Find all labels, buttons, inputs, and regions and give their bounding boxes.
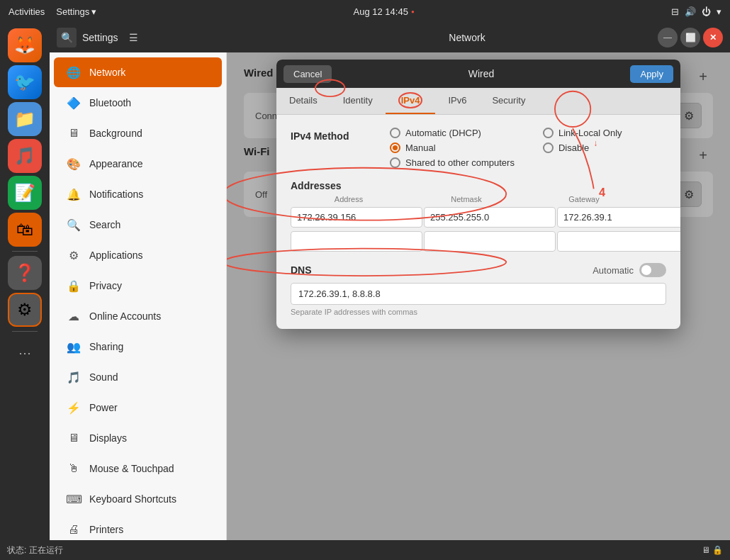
modal-apply-button[interactable]: Apply xyxy=(630,65,673,83)
radio-auto-dhcp-label: Automatic (DHCP) xyxy=(405,128,481,138)
dock-icon-files[interactable]: 📁 xyxy=(8,102,42,136)
search-icon: 🔍 xyxy=(67,218,81,232)
sidebar-item-sound[interactable]: 🎵 Sound xyxy=(54,362,222,392)
netmask-input-1[interactable] xyxy=(424,207,556,228)
modal-cancel-button[interactable]: Cancel xyxy=(283,65,332,83)
dns-auto-toggle[interactable] xyxy=(639,263,666,277)
netmask-input-2[interactable] xyxy=(424,231,556,252)
sharing-icon: 👥 xyxy=(67,340,81,354)
minimize-button[interactable]: — xyxy=(658,28,678,47)
titlebar-left: 🔍 Settings ☰ xyxy=(50,28,276,47)
dock-separator xyxy=(12,251,38,252)
radio-auto-dhcp-circle xyxy=(390,128,400,138)
radio-link-local[interactable]: Link-Local Only xyxy=(543,128,622,138)
taskbar: 状态: 正在运行 🖥 🔒 xyxy=(0,540,730,560)
radio-link-local-label: Link-Local Only xyxy=(558,128,622,138)
tab-ipv4[interactable]: IPv4 xyxy=(386,88,436,114)
dns-input-field[interactable] xyxy=(291,283,666,305)
sidebar-label-background: Background xyxy=(89,128,142,139)
sidebar-item-notifications[interactable]: 🔔 Notifications xyxy=(54,179,222,209)
background-icon: 🖥 xyxy=(67,126,81,140)
taskbar-system-icons: 🖥 🔒 xyxy=(702,545,723,555)
tab-details[interactable]: Details xyxy=(276,88,330,114)
dns-auto-row: Automatic xyxy=(593,263,666,277)
dock-icon-rhythmbox[interactable]: 🎵 xyxy=(8,139,42,173)
dns-hint-text: Separate IP addresses with commas xyxy=(291,308,666,316)
dock-icon-appstore[interactable]: 🛍 xyxy=(8,213,42,247)
sidebar-item-network[interactable]: 🌐 Network xyxy=(54,57,222,87)
sidebar-item-sharing[interactable]: 👥 Sharing xyxy=(54,332,222,362)
dock-icon-thunderbird[interactable]: 🐦 xyxy=(8,65,42,99)
sidebar-label-keyboard-shortcuts: Keyboard Shortcuts xyxy=(89,493,176,505)
address-row-2: 🗑 xyxy=(291,230,666,252)
modal-body: IPv4 Method Automatic (DHCP) xyxy=(276,115,680,329)
content-area: Wired + Connected - 10000 Mb/s ⚙ Wi-Fi + xyxy=(227,52,730,540)
ipv4-method-label: IPv4 Method xyxy=(291,128,376,142)
modal-titlebar: Cancel Wired Apply xyxy=(276,60,680,88)
modal-tabs: Details Identity IPv4 IPv6 Security xyxy=(276,88,680,115)
sidebar-label-privacy: Privacy xyxy=(89,280,122,291)
tab-identity[interactable]: Identity xyxy=(330,88,386,114)
radio-shared[interactable]: Shared to other computers xyxy=(390,157,515,168)
dns-auto-label: Automatic xyxy=(593,265,634,276)
search-button[interactable]: 🔍 xyxy=(57,28,77,47)
ipv4-methods-right: Link-Local Only Disable xyxy=(543,128,622,168)
taskbar-status-text: 状态: 正在运行 xyxy=(7,544,63,556)
radio-disable-circle xyxy=(543,142,554,153)
gateway-input-2[interactable] xyxy=(557,231,680,252)
address-input-2[interactable] xyxy=(291,231,422,252)
radio-disable[interactable]: Disable xyxy=(543,142,622,153)
dns-header: DNS Automatic xyxy=(291,263,666,277)
mouse-icon: 🖱 xyxy=(67,461,81,476)
dock-icon-all-apps[interactable]: ⋯ xyxy=(8,336,42,370)
titlebar-appname: Settings xyxy=(82,32,118,43)
activities-button[interactable]: Activities xyxy=(9,6,45,17)
network-icon: 🌐 xyxy=(67,65,81,79)
hamburger-button[interactable]: ☰ xyxy=(124,28,144,47)
close-button[interactable]: ✕ xyxy=(703,28,723,47)
sidebar-item-background[interactable]: 🖥 Background xyxy=(54,118,222,148)
maximize-button[interactable]: ⬜ xyxy=(680,28,700,47)
sidebar-item-displays[interactable]: 🖥 Displays xyxy=(54,423,222,453)
dock-icon-libreoffice[interactable]: 📝 xyxy=(8,176,42,210)
address-row-1: 🗑 xyxy=(291,206,666,228)
sidebar-item-applications[interactable]: ⚙ Applications xyxy=(54,240,222,270)
sound-icon: 🎵 xyxy=(67,370,81,384)
dock-icon-firefox[interactable]: 🦊 xyxy=(8,28,42,62)
sidebar-label-network: Network xyxy=(89,67,125,78)
notifications-icon: 🔔 xyxy=(67,187,81,201)
window-titlebar: 🔍 Settings ☰ Network — ⬜ ✕ xyxy=(50,23,730,52)
appearance-icon: 🎨 xyxy=(67,157,81,171)
sidebar-label-displays: Displays xyxy=(89,432,127,444)
sidebar-item-power[interactable]: ⚡ Power xyxy=(54,393,222,422)
addresses-column-headers: Address Netmask Gateway xyxy=(291,192,666,205)
printers-icon: 🖨 xyxy=(67,522,81,537)
sidebar-item-online-accounts[interactable]: ☁ Online Accounts xyxy=(54,301,222,331)
topbar-center: Aug 12 14:45 ● xyxy=(354,6,415,17)
dns-section: DNS Automatic Separate IP addresses with… xyxy=(291,263,666,316)
radio-auto-dhcp[interactable]: Automatic (DHCP) xyxy=(390,128,515,138)
sidebar-item-search[interactable]: 🔍 Search xyxy=(54,210,222,240)
settings-menu[interactable]: Settings ▾ xyxy=(56,6,96,17)
radio-manual[interactable]: Manual xyxy=(390,142,515,153)
tab-ipv6[interactable]: IPv6 xyxy=(435,88,479,114)
settings-menu-arrow: ▾ xyxy=(91,6,96,17)
sidebar-item-mouse-touchpad[interactable]: 🖱 Mouse & Touchpad xyxy=(54,454,222,483)
tab-security[interactable]: Security xyxy=(479,88,538,114)
dock-icon-settings[interactable]: ⚙ xyxy=(8,293,42,327)
sidebar-item-appearance[interactable]: 🎨 Appearance xyxy=(54,149,222,179)
address-input-1[interactable] xyxy=(291,207,422,228)
sidebar-item-privacy[interactable]: 🔒 Privacy xyxy=(54,271,222,301)
dock-icon-help[interactable]: ❓ xyxy=(8,256,42,290)
power-icon: ⏻ xyxy=(702,6,711,17)
topbar-datetime: Aug 12 14:45 xyxy=(354,6,408,17)
addresses-title: Addresses xyxy=(291,180,342,191)
sidebar-item-printers[interactable]: 🖨 Printers xyxy=(54,515,222,540)
online-accounts-icon: ☁ xyxy=(67,309,81,323)
sidebar-item-keyboard-shortcuts[interactable]: ⌨ Keyboard Shortcuts xyxy=(54,484,222,514)
sidebar-item-bluetooth[interactable]: 🔷 Bluetooth xyxy=(54,88,222,118)
app-window: 🔍 Settings ☰ Network — ⬜ ✕ 🌐 Network 🔷 B… xyxy=(50,23,730,540)
sidebar-label-mouse-touchpad: Mouse & Touchpad xyxy=(89,463,174,474)
gateway-input-1[interactable] xyxy=(557,207,680,228)
settings-sidebar: 🌐 Network 🔷 Bluetooth 🖥 Background 🎨 App… xyxy=(50,52,227,540)
